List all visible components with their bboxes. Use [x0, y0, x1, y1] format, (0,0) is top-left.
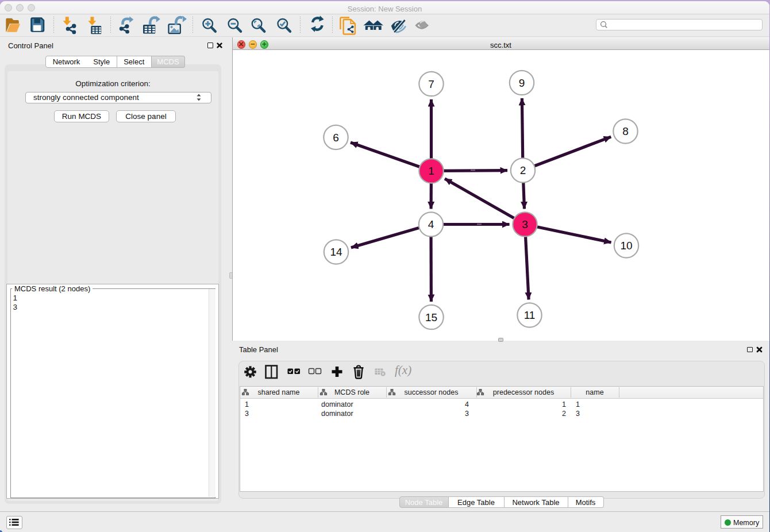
svg-text:1: 1 — [428, 165, 434, 177]
svg-text:8: 8 — [622, 125, 629, 137]
svg-text:4: 4 — [428, 218, 434, 230]
svg-text:14: 14 — [330, 246, 342, 258]
svg-text:3: 3 — [522, 218, 528, 230]
svg-text:11: 11 — [524, 309, 536, 321]
svg-text:9: 9 — [519, 77, 525, 89]
svg-text:15: 15 — [425, 311, 437, 323]
svg-text:10: 10 — [620, 240, 632, 252]
svg-text:6: 6 — [333, 132, 339, 144]
svg-text:2: 2 — [520, 164, 526, 176]
svg-text:7: 7 — [428, 78, 434, 90]
